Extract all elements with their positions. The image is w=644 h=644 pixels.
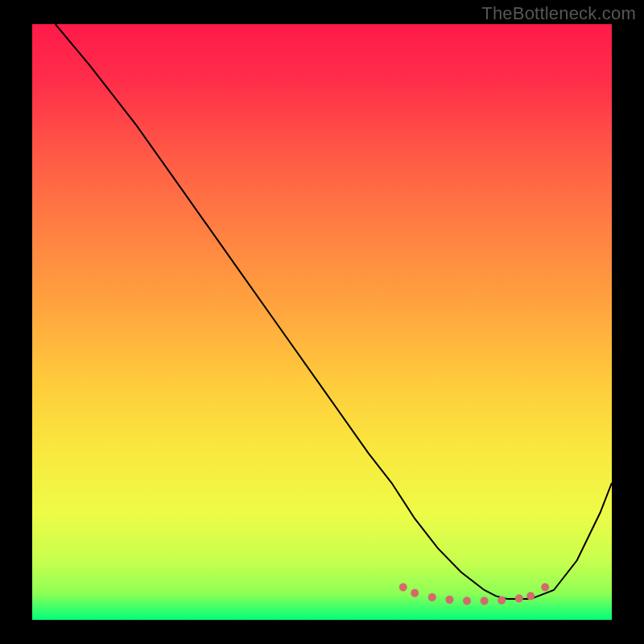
marker-dot: [481, 597, 489, 605]
marker-dot: [399, 583, 407, 591]
marker-dot: [411, 589, 419, 597]
bottleneck-curve: [56, 24, 612, 599]
marker-dot: [428, 593, 436, 601]
plot-area: [32, 24, 612, 620]
marker-dot: [515, 594, 523, 602]
curve-layer: [32, 24, 612, 620]
chart-container: TheBottleneck.com: [0, 0, 644, 644]
marker-dot: [526, 592, 535, 600]
marker-dot: [497, 596, 506, 604]
marker-dot: [541, 583, 549, 591]
marker-dot: [463, 597, 471, 605]
watermark-text: TheBottleneck.com: [481, 3, 636, 24]
marker-dot: [445, 596, 453, 604]
bottom-marker-dots: [399, 583, 549, 605]
